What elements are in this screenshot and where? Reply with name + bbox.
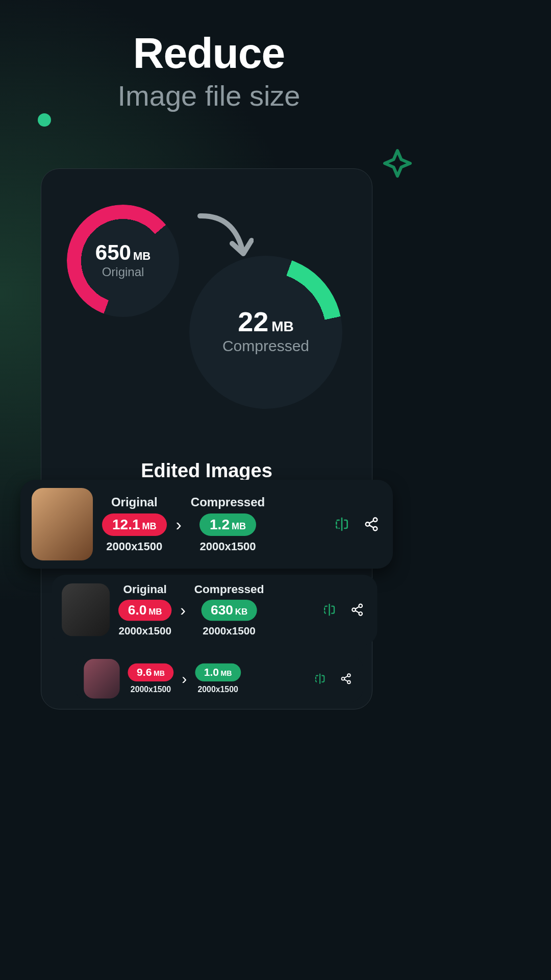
- image-thumbnail: [62, 583, 110, 636]
- hero-header: Reduce Image file size: [0, 0, 418, 112]
- compressed-size-pill: 1.0MB: [195, 663, 241, 681]
- original-column: Original 6.0MB 2000x1500: [118, 582, 171, 637]
- original-size-unit: MB: [133, 250, 151, 262]
- original-size-value: 650: [95, 240, 131, 264]
- svg-point-10: [347, 674, 350, 677]
- list-item[interactable]: Original 12.1MB 2000x1500 › Compressed 1…: [20, 480, 393, 569]
- svg-point-5: [359, 604, 362, 608]
- hero-title: Reduce: [0, 29, 418, 78]
- compressed-dimensions: 2000x1500: [195, 685, 241, 694]
- original-header: Original: [102, 495, 167, 509]
- compressed-size-unit: MB: [271, 318, 294, 334]
- chevron-right-icon: ›: [180, 600, 186, 619]
- compressed-dimensions: 2000x1500: [194, 625, 264, 637]
- original-label: Original: [67, 265, 179, 279]
- compare-button[interactable]: [332, 514, 352, 534]
- share-button[interactable]: [347, 600, 367, 620]
- original-ring-label: 650MB Original: [67, 240, 179, 279]
- compressed-size-pill: 630KB: [201, 600, 257, 621]
- compressed-dimensions: 2000x1500: [191, 540, 265, 553]
- decoration-dot: [38, 113, 51, 127]
- image-thumbnail: [32, 488, 93, 560]
- list-item[interactable]: Original 9.6MB 2000x1500 › Compressed 1.…: [76, 655, 363, 702]
- original-size-pill: 6.0MB: [118, 600, 171, 621]
- compressed-header: Compressed: [191, 495, 265, 509]
- svg-line-4: [369, 525, 374, 528]
- arrow-icon: [192, 210, 254, 266]
- section-title: Edited Images: [57, 460, 357, 482]
- original-size-pill: 9.6MB: [128, 663, 173, 681]
- list-item[interactable]: Original 6.0MB 2000x1500 › Compressed 63…: [51, 575, 377, 645]
- original-dimensions: 2000x1500: [118, 625, 171, 637]
- compressed-column: Compressed 1.0MB 2000x1500: [195, 663, 241, 694]
- svg-point-6: [352, 608, 356, 611]
- original-column: Original 9.6MB 2000x1500: [128, 663, 173, 694]
- svg-line-8: [355, 607, 359, 609]
- svg-point-11: [342, 677, 345, 680]
- sparkle-icon: [382, 148, 413, 179]
- hero-subtitle: Image file size: [0, 79, 418, 112]
- compare-button[interactable]: [320, 600, 339, 620]
- original-size-pill: 12.1MB: [102, 513, 167, 536]
- edited-images-list: Original 12.1MB 2000x1500 › Compressed 1…: [20, 480, 393, 715]
- svg-point-1: [366, 522, 370, 526]
- svg-point-7: [359, 612, 362, 616]
- image-thumbnail: [84, 659, 119, 698]
- svg-line-13: [344, 676, 347, 678]
- chevron-right-icon: ›: [182, 670, 187, 688]
- compare-button[interactable]: [311, 670, 329, 688]
- original-dimensions: 2000x1500: [102, 540, 167, 553]
- share-button[interactable]: [361, 514, 382, 534]
- svg-point-12: [347, 681, 350, 684]
- compressed-header: Compressed: [194, 582, 264, 596]
- chevron-right-icon: ›: [176, 514, 182, 534]
- size-comparison: 650MB Original 22MB Compressed: [57, 189, 357, 409]
- compressed-column: Compressed 630KB 2000x1500: [194, 582, 264, 637]
- compressed-ring-label: 22MB Compressed: [189, 306, 342, 355]
- svg-point-0: [373, 518, 378, 522]
- compressed-size-value: 22: [238, 306, 268, 337]
- compressed-label: Compressed: [189, 337, 342, 355]
- share-button[interactable]: [337, 670, 355, 688]
- original-column: Original 12.1MB 2000x1500: [102, 495, 167, 553]
- svg-line-3: [369, 521, 374, 523]
- compressed-size-pill: 1.2MB: [199, 513, 256, 536]
- svg-point-2: [373, 527, 378, 531]
- svg-line-9: [355, 610, 359, 612]
- original-dimensions: 2000x1500: [128, 685, 173, 694]
- compressed-column: Compressed 1.2MB 2000x1500: [191, 495, 265, 553]
- svg-line-14: [344, 679, 347, 681]
- original-header: Original: [118, 582, 171, 596]
